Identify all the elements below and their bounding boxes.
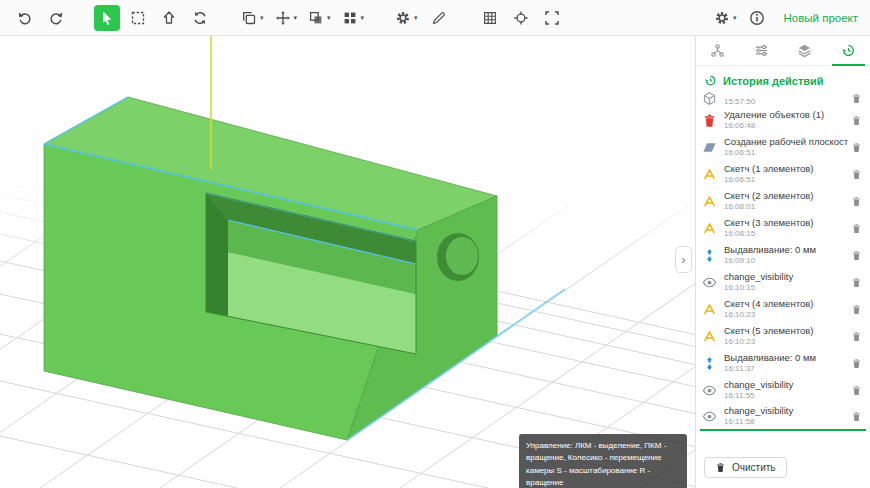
history-item-time: 16:06:51: [724, 175, 848, 184]
history-item[interactable]: Скетч (5 элементов)16:10:23: [700, 323, 866, 350]
arrow-up-icon: [161, 10, 177, 26]
delete-history-item-button[interactable]: [848, 329, 864, 345]
crosshair-icon: [513, 10, 529, 26]
frame-icon: [544, 10, 560, 26]
sync-button[interactable]: [187, 5, 213, 31]
history-item-label: Скетч (4 элементов): [724, 299, 848, 310]
marquee-icon: [130, 10, 146, 26]
history-item-text: Скетч (2 элементов)16:08:01: [724, 191, 848, 211]
copy-button[interactable]: ▾: [238, 5, 267, 31]
delete-history-item-button[interactable]: [848, 167, 864, 183]
history-item-label: Удаление объектов (1): [724, 110, 848, 121]
sketch-icon: [702, 167, 717, 182]
duplicate-button[interactable]: ▾: [305, 5, 334, 31]
cube-icon: [702, 92, 717, 106]
caret-down-icon: ▾: [361, 14, 365, 21]
history-item[interactable]: Удаление объектов (1)16:06:48: [700, 107, 866, 134]
measure-button[interactable]: [426, 5, 452, 31]
grid-button[interactable]: [477, 5, 503, 31]
viewport-canvas[interactable]: [0, 36, 697, 488]
top-toolbar: ▾▾▾▾▾ ▾ Новый проект: [0, 0, 870, 36]
history-title: История действий: [723, 75, 824, 87]
info-button[interactable]: [744, 5, 770, 31]
panel-collapse-button[interactable]: ›: [675, 246, 692, 273]
pencil-icon: [431, 10, 447, 26]
right-panel: История действий 15:57:50Удаление объект…: [695, 36, 870, 488]
history-item-label: Скетч (1 элементов): [724, 164, 848, 175]
sync-icon: [192, 10, 208, 26]
duplicate-icon: [308, 10, 324, 26]
tab-history[interactable]: [827, 36, 870, 65]
select-button[interactable]: [94, 5, 120, 31]
pull-button[interactable]: [156, 5, 182, 31]
delete-history-item-button[interactable]: [848, 275, 864, 291]
move-button[interactable]: ▾: [272, 5, 301, 31]
trash-icon: [702, 113, 717, 128]
history-item-time: 16:11:37: [724, 364, 848, 373]
delete-history-item-button[interactable]: [848, 92, 864, 106]
caret-down-icon: ▾: [327, 14, 331, 21]
history-item-text: Скетч (5 элементов)16:10:23: [724, 326, 848, 346]
trash-icon: [851, 277, 862, 288]
history-item[interactable]: Скетч (1 элементов)16:06:51: [700, 161, 866, 188]
delete-history-item-button[interactable]: [848, 409, 864, 425]
history-item[interactable]: change_visibility16:10:15: [700, 269, 866, 296]
clear-history-label: Очистить: [732, 462, 776, 473]
history-item[interactable]: change_visibility16:11:58: [700, 404, 866, 431]
redo-button[interactable]: [43, 5, 69, 31]
history-item[interactable]: Скетч (2 элементов)16:08:01: [700, 188, 866, 215]
history-item-text: Скетч (1 элементов)16:06:51: [724, 164, 848, 184]
box-select-button[interactable]: [125, 5, 151, 31]
eye-icon: [702, 383, 717, 398]
history-item[interactable]: Выдавливание: 0 мм16:09:10: [700, 242, 866, 269]
history-item-time: 16:11:58: [724, 417, 848, 426]
history-item-text: Скетч (3 элементов)16:08:15: [724, 218, 848, 238]
history-item[interactable]: change_visibility16:11:55: [700, 377, 866, 404]
delete-history-item-button[interactable]: [848, 194, 864, 210]
delete-history-item-button[interactable]: [848, 302, 864, 318]
history-item[interactable]: 15:57:50: [700, 92, 866, 107]
history-item[interactable]: Скетч (3 элементов)16:08:15: [700, 215, 866, 242]
history-item-label: Скетч (2 элементов): [724, 191, 848, 202]
clear-history-button[interactable]: Очистить: [704, 457, 787, 478]
tab-display[interactable]: [740, 36, 784, 65]
redo-icon: [48, 10, 64, 26]
history-item-label: Скетч (5 элементов): [724, 326, 848, 337]
undo-button[interactable]: [12, 5, 38, 31]
plane-icon: [702, 140, 717, 155]
settings-button[interactable]: ▾: [711, 5, 740, 31]
viewport-3d[interactable]: Управление: ЛКМ - выделение, ПКМ - враще…: [0, 36, 697, 488]
sketch-icon: [702, 302, 717, 317]
pattern-button[interactable]: ▾: [339, 5, 368, 31]
history-list: 15:57:50Удаление объектов (1)16:06:48Соз…: [696, 92, 870, 451]
history-item-time: 16:08:15: [724, 229, 848, 238]
frame-button[interactable]: [539, 5, 565, 31]
history-item-label: Создание рабочей плоскости: [724, 137, 848, 148]
history-item-label: Скетч (3 элементов): [724, 218, 848, 229]
history-icon: [704, 74, 717, 87]
history-item-label: change_visibility: [724, 406, 848, 417]
delete-history-item-button[interactable]: [848, 356, 864, 372]
project-name[interactable]: Новый проект: [783, 12, 858, 24]
delete-history-item-button[interactable]: [848, 221, 864, 237]
tab-structure[interactable]: [696, 36, 740, 65]
extrude-icon: [702, 248, 717, 263]
move-icon: [275, 10, 291, 26]
tree-icon: [710, 43, 725, 58]
cad-app-window: ▾▾▾▾▾ ▾ Новый проект: [0, 0, 870, 488]
delete-history-item-button[interactable]: [848, 248, 864, 264]
history-item[interactable]: Создание рабочей плоскости16:06:51: [700, 134, 866, 161]
delete-history-item-button[interactable]: [848, 113, 864, 129]
tab-layers[interactable]: [783, 36, 827, 65]
history-item-label: Выдавливание: 0 мм: [724, 353, 848, 364]
history-item[interactable]: Скетч (4 элементов)16:10:23: [700, 296, 866, 323]
trash-icon: [851, 331, 862, 342]
history-item-text: Скетч (4 элементов)16:10:23: [724, 299, 848, 319]
history-item-time: 16:10:15: [724, 283, 848, 292]
tools-button[interactable]: ▾: [392, 5, 421, 31]
history-item[interactable]: Выдавливание: 0 мм16:11:37: [700, 350, 866, 377]
delete-history-item-button[interactable]: [848, 383, 864, 399]
sketch-icon: [702, 194, 717, 209]
focus-button[interactable]: [508, 5, 534, 31]
delete-history-item-button[interactable]: [848, 140, 864, 156]
